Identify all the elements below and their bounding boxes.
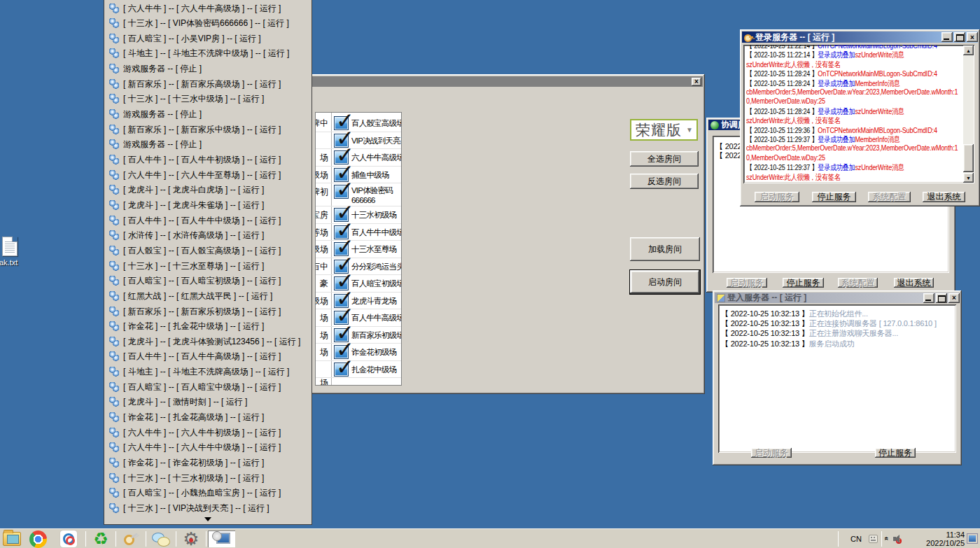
muted-speaker-icon[interactable]: ✕ (893, 534, 902, 544)
invert-select-button[interactable]: 反选房间 (630, 174, 699, 189)
room-list-item[interactable]: [ 诈金花 ] -- [ 扎金花中级场 ] -- [ 运行 ] (104, 319, 312, 335)
room-list-item[interactable]: [ 百人暗宝 ] -- [ 小吴VIP房 ] -- [ 运行 ] (104, 31, 312, 46)
load-rooms-button[interactable]: 加载房间 (630, 237, 700, 261)
checkbox-row: 等场百人牛牛中级场 (316, 224, 401, 241)
room-item-label: [ 龙虎斗 ] -- [ 龙虎斗白虎场 ] -- [ 运行 ] (123, 184, 264, 196)
room-checkbox-label: 百人牛牛中级场 (351, 227, 401, 238)
coord-system-config-button[interactable]: 系统配置 (838, 278, 878, 288)
room-list-item[interactable]: [ 六人牛牛 ] -- [ 六人牛牛至尊场 ] -- [ 运行 ] (104, 167, 312, 183)
scroll-down-icon[interactable] (204, 517, 211, 521)
room-list-item[interactable]: [ 龙虎斗 ] -- [ 龙虎斗白虎场 ] -- [ 运行 ] (104, 183, 312, 198)
recycle-task-icon[interactable]: ♻ (88, 531, 115, 547)
room-list-item[interactable]: [ 十三水 ] -- [ 十三水初级场 ] -- [ 运行 ] (104, 470, 312, 486)
room-list-item[interactable]: [ 十三水 ] -- [ 十三水中级场 ] -- [ 运行 ] (104, 92, 312, 107)
select-all-rooms-button[interactable]: 全选房间 (630, 151, 699, 167)
entry-log-area: 【 2022-10-25 10:32:13 】正在初始化组件...【 2022-… (718, 304, 956, 453)
room-checkbox-label: VIP决战到天亮 (351, 136, 401, 146)
network-monitor-icon[interactable] (967, 534, 977, 543)
room-list-item[interactable]: [ 红黑大战 ] -- [ 红黑大战平民 ] -- [ 运行 ] (104, 288, 312, 304)
entry-stop-service-button[interactable]: 停止服务 (875, 448, 916, 458)
room-status-list: [ 六人牛牛 ] -- [ 六人牛牛高级场 ] -- [ 运行 ][ 十三水 ]… (104, 0, 312, 525)
text-file-icon[interactable] (2, 237, 18, 256)
room-checkbox-label: 百人牛牛高级场 (351, 313, 401, 323)
scroll-up-icon[interactable]: ▲ (963, 45, 974, 55)
room-list-item[interactable]: [ 百人暗宝 ] -- [ 百人暗宝初级场 ] -- [ 运行 ] (104, 274, 312, 289)
room-list-item[interactable]: [ 六人牛牛 ] -- [ 六人牛牛高级场 ] -- [ 运行 ] (104, 1, 312, 16)
coord-start-service-button[interactable]: 启动服务 (727, 278, 767, 288)
room-list-item[interactable]: [ 斗地主 ] -- [ 斗地主不洗牌高级场 ] -- [ 运行 ] (104, 365, 312, 380)
minimize-icon[interactable] (923, 293, 934, 303)
clipped-room-label: 等场 (315, 227, 328, 239)
spheres-icon (109, 94, 120, 104)
room-list-item[interactable]: 游戏服务器 -- [ 停止 ] (104, 137, 312, 153)
gear-task-icon[interactable]: ⚙ (178, 531, 205, 547)
room-list-item[interactable]: [ 新百家乐 ] -- [ 新百家乐高级场 ] -- [ 运行 ] (104, 76, 312, 92)
server-task-button[interactable] (208, 531, 235, 547)
version-select[interactable]: 荣耀版 ▼ (630, 119, 698, 141)
folder-quicklaunch-icon[interactable] (3, 531, 21, 547)
room-list-item[interactable]: [ 水浒传 ] -- [ 水浒传高级场 ] -- [ 运行 ] (104, 228, 312, 244)
app-circles-icon[interactable] (60, 531, 78, 547)
room-list-item[interactable]: [ 百人骰宝 ] -- [ 百人骰宝高级场 ] -- [ 运行 ] (104, 243, 312, 258)
room-list-item[interactable]: [ 诈金花 ] -- [ 诈金花初级场 ] -- [ 运行 ] (104, 456, 312, 471)
coord-exit-system-button[interactable]: 退出系统 (894, 278, 934, 288)
room-list-item[interactable]: [ 百人暗宝 ] -- [ 百人暗宝中级场 ] -- [ 运行 ] (104, 379, 312, 395)
room-checkbox-label: 百人骰宝高级场 (351, 118, 401, 129)
room-list-item[interactable]: [ 百人牛牛 ] -- [ 百人牛牛高级场 ] -- [ 运行 ] (104, 349, 312, 365)
room-list-item[interactable]: [ 龙虎斗 ] -- [ 激情时刻 ] -- [ 运行 ] (104, 395, 312, 410)
clipped-room-label: 场 (320, 152, 328, 164)
room-list-item[interactable]: [ 百人牛牛 ] -- [ 百人牛牛中级场 ] -- [ 运行 ] (104, 213, 312, 228)
room-list-item[interactable]: [ 诈金花 ] -- [ 扎金花高级场 ] -- [ 运行 ] (104, 410, 312, 426)
room-list-item[interactable]: [ 新百家乐 ] -- [ 新百家乐初级场 ] -- [ 运行 ] (104, 304, 312, 319)
room-list-item[interactable]: 游戏服务器 -- [ 停止 ] (104, 107, 312, 122)
chevron-down-icon[interactable]: ▼ (686, 126, 696, 134)
room-list-item[interactable]: [ 龙虎斗 ] -- [ 龙虎斗朱雀场 ] -- [ 运行 ] (104, 197, 312, 213)
language-indicator[interactable]: CN (846, 535, 866, 543)
close-icon[interactable]: × (967, 32, 978, 42)
room-list-item[interactable]: [ 六人牛牛 ] -- [ 六人牛牛初级场 ] -- [ 运行 ] (104, 425, 312, 440)
login-exit-system-button[interactable]: 退出系统 (923, 192, 965, 202)
checkbox-row: 场百人牛牛高级场 (316, 309, 401, 327)
room-item-label: [ 十三水 ] -- [ VIP决战到天亮 ] -- [ 运行 ] (123, 503, 270, 514)
scrollbar-thumb[interactable] (963, 144, 974, 172)
close-icon[interactable]: × (948, 293, 960, 303)
close-icon[interactable]: × (692, 78, 701, 86)
room-checkbox[interactable] (334, 185, 349, 199)
spheres-icon (109, 412, 120, 423)
coord-stop-service-button[interactable]: 停止服务 (783, 278, 824, 288)
checkbox-row: 牌初VIP体验密码666666 (316, 183, 401, 206)
key-task-icon[interactable] (118, 531, 145, 547)
room-list-item[interactable]: [ 十三水 ] -- [ 十三水至尊场 ] -- [ 运行 ] (104, 258, 312, 274)
room-list-item[interactable]: [ 六人牛牛 ] -- [ 六人牛牛中级场 ] -- [ 运行 ] (104, 440, 312, 456)
keyboard-icon[interactable] (869, 535, 878, 543)
spheres-icon (109, 185, 120, 195)
login-system-config-button[interactable]: 系统配置 (868, 192, 911, 202)
maximize-icon[interactable] (936, 293, 947, 303)
room-list-item[interactable]: [ 龙虎斗 ] -- [ 龙虎斗体验测试123456 ] -- [ 运行 ] (104, 334, 312, 349)
maximize-icon[interactable] (954, 32, 965, 42)
login-start-service-button[interactable]: 启动服务 (755, 192, 799, 202)
scroll-down-icon[interactable]: ▼ (963, 173, 974, 183)
room-list-item[interactable]: [ 十三水 ] -- [ VIP决战到天亮 ] -- [ 运行 ] (104, 500, 312, 516)
chat-task-icon[interactable] (148, 531, 175, 547)
start-rooms-button[interactable]: 启动房间 (630, 270, 700, 294)
log-line: cbMemberOrder:5,MemberOverDate.wYear:202… (746, 87, 958, 96)
desktop-file-icon[interactable]: ak.txt (2, 237, 44, 267)
room-list-item[interactable]: [ 斗地主 ] -- [ 斗地主不洗牌中级场 ] -- [ 运行 ] (104, 46, 312, 62)
room-checkbox-label: 百人暗宝初级场 (351, 279, 401, 289)
entry-start-service-button[interactable]: 启动服务 (751, 448, 792, 458)
room-list-item[interactable]: 游戏服务器 -- [ 停止 ] (104, 62, 312, 77)
spheres-icon (109, 307, 120, 317)
room-list-item[interactable]: [ 新百家乐 ] -- [ 新百家乐中级场 ] -- [ 运行 ] (104, 122, 312, 137)
spheres-icon (109, 367, 120, 377)
room-item-label: [ 十三水 ] -- [ 十三水初级场 ] -- [ 运行 ] (123, 472, 264, 484)
login-stop-service-button[interactable]: 停止服务 (812, 192, 856, 202)
room-list-item[interactable]: [ 百人牛牛 ] -- [ 百人牛牛初级场 ] -- [ 运行 ] (104, 153, 312, 168)
tray-time: 11:34 (926, 531, 965, 539)
vertical-scrollbar[interactable]: ▲ ▼ (963, 45, 974, 183)
expand-tray-icon[interactable]: « (883, 537, 891, 541)
room-list-item[interactable]: [ 十三水 ] -- [ VIP体验密码666666 ] -- [ 运行 ] (104, 16, 312, 31)
chrome-icon[interactable] (29, 531, 48, 547)
room-list-item[interactable]: [ 百人暗宝 ] -- [ 小魏热血暗宝房 ] -- [ 运行 ] (104, 486, 312, 501)
minimize-icon[interactable] (941, 32, 953, 42)
